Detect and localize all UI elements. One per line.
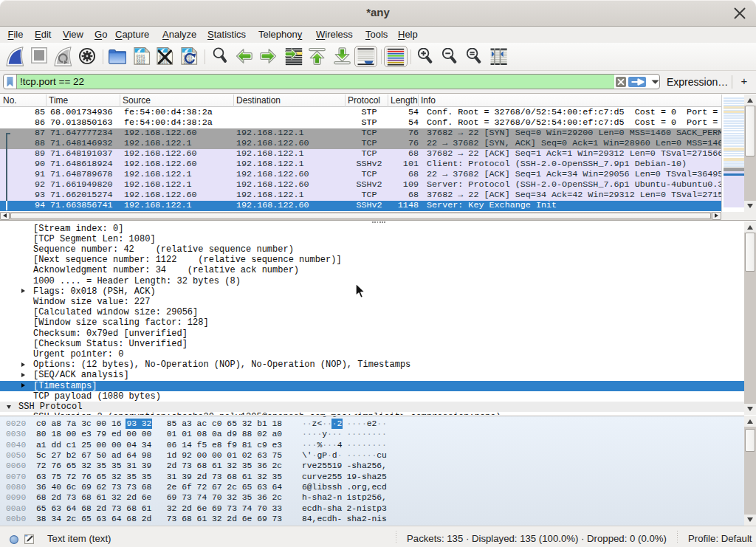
svg-text:0011: 0011	[136, 61, 145, 66]
